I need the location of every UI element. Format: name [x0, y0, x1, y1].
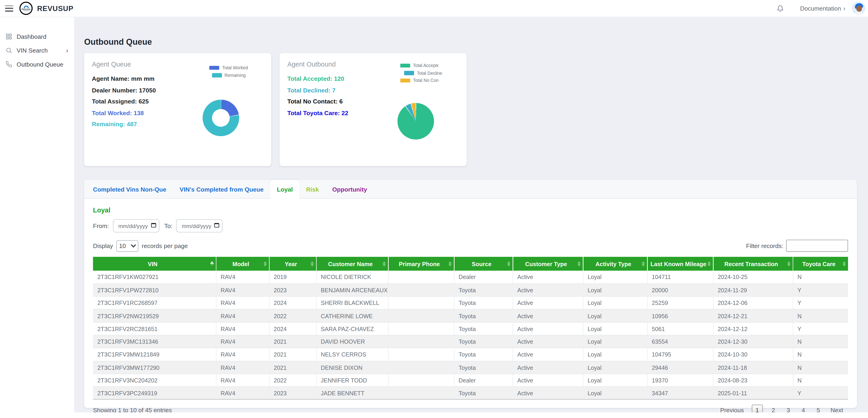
table-cell: Active [513, 335, 583, 348]
column-header[interactable]: Source [454, 257, 513, 270]
tab-risk[interactable]: Risk [300, 180, 326, 198]
agent-outbound-card: Agent Outbound Total Accepted: 120 Total… [279, 53, 466, 166]
table-cell: RAV4 [216, 296, 269, 309]
field-label: Total Declined: [287, 87, 331, 93]
table-cell: Toyota [454, 309, 513, 322]
legend-item-total-no-contact[interactable]: Total No Contact [400, 78, 438, 83]
tab-vins-completed-from-queue[interactable]: VIN's Completed from Queue [173, 180, 270, 198]
table-cell: Dealer [454, 271, 513, 284]
sort-arrows-icon [842, 261, 846, 266]
table-cell: RAV4 [216, 387, 269, 400]
table-row: 2T3C1RFV1RC268597RAV42024SHERRI BLACKWEL… [93, 296, 848, 309]
legend-label: Total Accepted [413, 63, 438, 68]
column-header[interactable]: Last Known Mileage [647, 257, 713, 270]
column-header[interactable]: Primary Phone [388, 257, 454, 270]
table-cell: Loyal [583, 296, 647, 309]
table-cell: 19370 [647, 374, 713, 387]
table-header-row: VINModelYearCustomer NamePrimary PhoneSo… [93, 257, 848, 270]
records-per-page-select[interactable]: 10 [116, 240, 138, 252]
tab-completed-vins-non-que[interactable]: Completed Vins Non-Que [86, 180, 173, 198]
loyal-heading: Loyal [93, 206, 848, 214]
table-cell [388, 284, 454, 296]
table-cell: 2019 [269, 271, 316, 284]
legend-item-total-accepted[interactable]: Total Accepted [400, 63, 438, 68]
sort-arrows-icon [707, 261, 710, 266]
brand-name: REVUSUP [37, 4, 73, 12]
table-cell: 2024-12-30 [713, 335, 793, 348]
sidebar-item-vin-search[interactable]: VIN Search › [0, 43, 74, 57]
table-cell: 2024-12-06 [713, 296, 793, 309]
table-cell: Toyota [454, 284, 513, 296]
column-header[interactable]: Customer Type [513, 257, 583, 270]
column-header[interactable]: Year [269, 257, 316, 270]
table-cell: 2022 [269, 374, 316, 387]
legend-item-remaining[interactable]: Remaining [212, 73, 246, 78]
agent-queue-card: Agent Queue Agent Name: mm mm Dealer Num… [84, 53, 271, 166]
table-cell: 2021 [269, 348, 316, 361]
page-title: Outbound Queue [84, 37, 152, 46]
column-header[interactable]: Toyota Care [793, 257, 848, 270]
hamburger-menu-icon[interactable] [5, 5, 13, 11]
user-avatar[interactable] [852, 2, 865, 15]
field-value: 17050 [139, 87, 156, 93]
footer-strip [0, 413, 868, 418]
column-header-label: Activity Type [595, 260, 631, 267]
filter-records-group: Filter records: [746, 240, 848, 252]
phone-icon [5, 61, 12, 67]
table-cell: NELSY CERROS [316, 348, 388, 361]
legend-swatch [400, 64, 410, 68]
total-assigned-field: Total Assigned: 625 [92, 98, 264, 105]
total-declined-field: Total Declined: 7 [287, 87, 459, 93]
table-cell: RAV4 [216, 335, 269, 348]
field-label: Total Accepted: [287, 75, 332, 82]
sidebar-item-outbound-queue[interactable]: Outbound Queue [0, 57, 74, 71]
table-cell: Active [513, 361, 583, 374]
table-cell [388, 348, 454, 361]
legend-item-total-declined[interactable]: Total Declined [404, 71, 442, 76]
table-cell: Loyal [583, 387, 647, 400]
table-cell: CATHERINE LOWE [316, 309, 388, 322]
table-cell: Y [793, 296, 848, 309]
table-cell: Dealer [454, 374, 513, 387]
legend-label: Total Worked [222, 65, 248, 70]
table-cell: 29446 [647, 361, 713, 374]
table-cell: N [793, 271, 848, 284]
table-cell: Y [793, 284, 848, 296]
tab-loyal[interactable]: Loyal [270, 180, 300, 198]
legend-item-total-worked[interactable]: Total Worked [210, 65, 248, 70]
column-header[interactable]: Recent Transaction [713, 257, 793, 270]
table-cell [388, 271, 454, 284]
column-header[interactable]: Model [216, 257, 269, 270]
table-cell: 104711 [647, 271, 713, 284]
to-date-input[interactable] [176, 219, 223, 232]
avatar-face [856, 5, 862, 11]
filter-records-input[interactable] [786, 240, 848, 252]
summary-cards: Agent Queue Agent Name: mm mm Dealer Num… [84, 53, 467, 166]
table-cell: Loyal [583, 322, 647, 335]
documentation-link[interactable]: Documentation [800, 5, 841, 12]
table-cell: Loyal [583, 284, 647, 296]
column-header[interactable]: Customer Name [316, 257, 388, 270]
from-date-input[interactable] [113, 219, 159, 232]
loyal-tab-content: Loyal From: To: Display [84, 199, 857, 417]
tab-opportunity[interactable]: Opportunity [326, 180, 374, 198]
table-cell: Toyota [454, 348, 513, 361]
column-header-label: Year [285, 260, 297, 267]
table-cell [388, 361, 454, 374]
from-label: From: [93, 223, 109, 229]
table-cell: SHERRI BLACKWELL [316, 296, 388, 309]
table-cell: Loyal [583, 335, 647, 348]
table-cell: Toyota [454, 322, 513, 335]
table-cell: RAV4 [216, 271, 269, 284]
table-cell: 2024 [269, 296, 316, 309]
notification-bell-icon[interactable] [777, 5, 784, 12]
table-cell: 2024-12-21 [713, 309, 793, 322]
to-label: To: [164, 223, 172, 229]
table-cell: Y [793, 387, 848, 400]
table-cell: N [793, 348, 848, 361]
column-header[interactable]: VIN [93, 257, 216, 270]
column-header[interactable]: Activity Type [583, 257, 647, 270]
sidebar-item-dashboard[interactable]: Dashboard [0, 29, 74, 43]
table-cell [388, 374, 454, 387]
display-label: Display [93, 243, 113, 249]
